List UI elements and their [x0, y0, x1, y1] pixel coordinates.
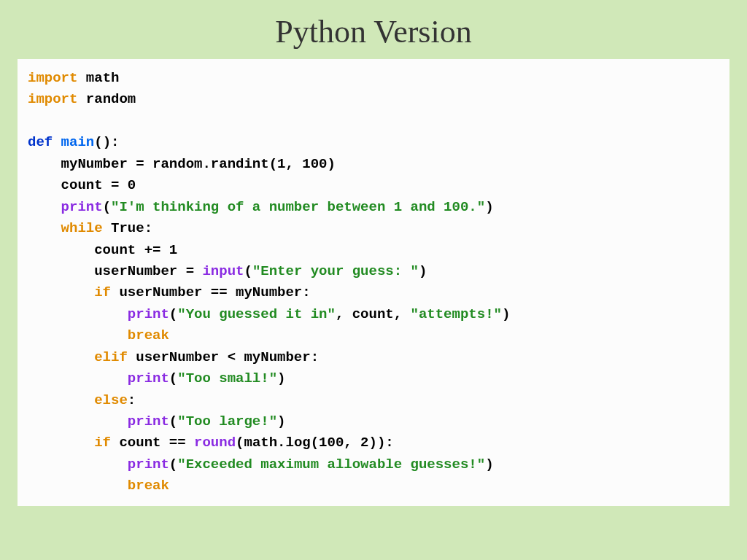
paren: (	[103, 199, 111, 215]
module-random: random	[77, 91, 136, 107]
assignment: userNumber =	[94, 263, 202, 279]
builtin-print: print	[128, 370, 169, 386]
keyword-break: break	[128, 478, 169, 494]
paren: )	[502, 306, 510, 322]
string-literal: "Too small!"	[177, 370, 277, 386]
indent	[28, 370, 128, 386]
indent	[28, 199, 61, 215]
string-literal: "You guessed it in"	[177, 306, 336, 322]
indent	[28, 435, 94, 451]
keyword-if: if	[94, 284, 111, 300]
keyword-while: while	[61, 220, 103, 236]
keyword-import: import	[28, 70, 77, 86]
string-literal: "Too large!"	[177, 413, 277, 429]
keyword-else: else	[94, 392, 128, 408]
condition: count ==	[111, 435, 194, 451]
builtin-print: print	[128, 456, 169, 472]
function-name: main	[53, 134, 94, 150]
paren: )	[277, 413, 285, 429]
args: (math.log(100, 2)):	[236, 435, 394, 451]
paren: (	[169, 456, 177, 472]
builtin-print: print	[128, 413, 169, 429]
indent	[28, 327, 128, 343]
keyword-elif: elif	[94, 349, 128, 365]
builtin-print: print	[61, 199, 103, 215]
paren: )	[485, 456, 493, 472]
indent	[28, 413, 128, 429]
indent	[28, 478, 128, 494]
string-literal: "Enter your guess: "	[252, 263, 419, 279]
indent	[28, 392, 94, 408]
keyword-break: break	[128, 327, 169, 343]
keyword-import: import	[28, 91, 77, 107]
indent	[28, 349, 94, 365]
paren: (	[169, 370, 177, 386]
paren: )	[485, 199, 493, 215]
builtin-print: print	[128, 306, 169, 322]
indent	[28, 284, 94, 300]
string-literal: "Exceeded maximum allowable guesses!"	[177, 456, 485, 472]
indent	[28, 220, 61, 236]
string-literal: "attempts!"	[411, 306, 502, 322]
builtin-input: input	[202, 263, 244, 279]
paren: )	[277, 370, 285, 386]
args: , count,	[336, 306, 411, 322]
colon: :	[144, 220, 152, 236]
paren: (	[169, 413, 177, 429]
indent	[28, 306, 128, 322]
keyword-def: def	[28, 134, 53, 150]
condition: userNumber == myNumber:	[111, 284, 311, 300]
paren: (	[169, 306, 177, 322]
code-line: count += 1	[28, 242, 177, 258]
parens: ():	[94, 134, 119, 150]
keyword-if: if	[94, 435, 111, 451]
indent	[28, 456, 128, 472]
paren: (	[244, 263, 252, 279]
true-literal: True	[103, 220, 144, 236]
slide-title: Python Version	[0, 0, 747, 59]
condition: userNumber < myNumber:	[128, 349, 319, 365]
paren: )	[419, 263, 427, 279]
module-math: math	[77, 70, 119, 86]
indent	[28, 263, 94, 279]
code-line: count = 0	[28, 177, 136, 193]
colon: :	[128, 392, 136, 408]
string-literal: "I'm thinking of a number between 1 and …	[111, 199, 485, 215]
code-block: import math import random def main(): my…	[18, 59, 729, 506]
builtin-round: round	[194, 435, 236, 451]
code-line: myNumber = random.randint(1, 100)	[28, 156, 336, 172]
